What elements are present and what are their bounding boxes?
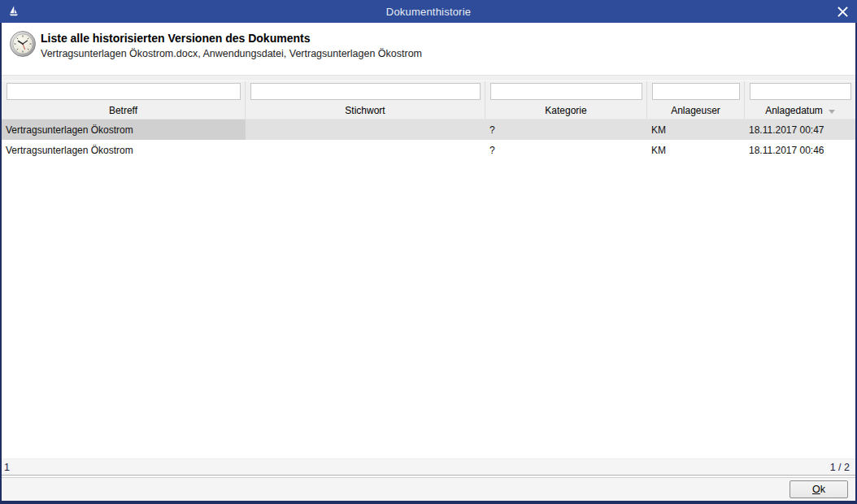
column-header-label: Stichwort (345, 105, 385, 116)
filter-input-anlageuser[interactable] (652, 83, 740, 100)
clock-icon (9, 30, 37, 58)
page-subtitle: Vertragsunterlagen Ökostrom.docx, Anwend… (41, 48, 422, 59)
filter-cell-anlageuser (647, 81, 745, 102)
filter-input-kategorie[interactable] (490, 83, 642, 100)
filter-cell-anlagedatum (745, 81, 855, 102)
cell-stichwort[interactable] (246, 119, 485, 140)
ok-button[interactable]: Ok (790, 480, 848, 498)
window-title: Dokumenthistorie (0, 6, 857, 18)
table-row[interactable]: Vertragsunterlagen Ökostrom ? KM 18.11.2… (2, 119, 855, 140)
column-header-label: Anlageuser (671, 105, 720, 116)
cell-anlageuser[interactable]: KM (647, 119, 745, 140)
filter-cell-kategorie (485, 81, 647, 102)
ok-button-label: Ok (790, 484, 847, 495)
sort-descending-icon (829, 110, 835, 114)
cell-anlagedatum[interactable]: 18.11.2017 00:47 (745, 119, 855, 140)
grid-empty-area (2, 160, 855, 458)
column-header-label: Kategorie (545, 105, 586, 116)
page-indicator: 1 / 2 (830, 462, 850, 473)
dokumenthistorie-dialog: Dokumenthistorie (0, 0, 857, 504)
filter-row (2, 81, 855, 102)
column-header-row: Betreff Stichwort Kategorie Anlageuser A… (2, 102, 855, 119)
cell-kategorie[interactable]: ? (485, 140, 647, 160)
cell-betreff[interactable]: Vertragsunterlagen Ökostrom (2, 119, 246, 140)
cell-anlagedatum[interactable]: 18.11.2017 00:46 (745, 140, 855, 160)
filter-cell-betreff (2, 81, 246, 102)
filter-input-betreff[interactable] (7, 83, 241, 100)
filter-cell-stichwort (246, 81, 485, 102)
table-row[interactable]: Vertragsunterlagen Ökostrom ? KM 18.11.2… (2, 140, 855, 160)
column-header-anlageuser[interactable]: Anlageuser (647, 102, 745, 119)
row-count-indicator: 1 (4, 462, 10, 473)
grid-top-strip (2, 75, 855, 81)
column-header-stichwort[interactable]: Stichwort (246, 102, 485, 119)
page-title: Liste alle historisierten Versionen des … (41, 32, 422, 45)
sailboat-icon[interactable] (7, 5, 20, 18)
column-header-label: Anlagedatum (765, 105, 823, 116)
column-header-betreff[interactable]: Betreff (2, 102, 246, 119)
button-panel: Ok (2, 478, 855, 501)
titlebar[interactable]: Dokumenthistorie (0, 0, 857, 23)
filter-input-anlagedatum[interactable] (750, 83, 851, 100)
header-panel: Liste alle historisierten Versionen des … (2, 23, 855, 75)
column-header-anlagedatum[interactable]: Anlagedatum (745, 102, 855, 119)
status-bar: 1 1 / 2 (2, 458, 855, 475)
filter-input-stichwort[interactable] (250, 83, 481, 100)
document-history-grid: Betreff Stichwort Kategorie Anlageuser A… (2, 75, 855, 458)
close-icon[interactable] (834, 4, 850, 19)
cell-anlageuser[interactable]: KM (647, 140, 745, 160)
column-header-kategorie[interactable]: Kategorie (485, 102, 647, 119)
cell-kategorie[interactable]: ? (485, 119, 647, 140)
cell-stichwort[interactable] (246, 140, 485, 160)
column-header-label: Betreff (109, 105, 137, 116)
cell-betreff[interactable]: Vertragsunterlagen Ökostrom (2, 140, 246, 160)
